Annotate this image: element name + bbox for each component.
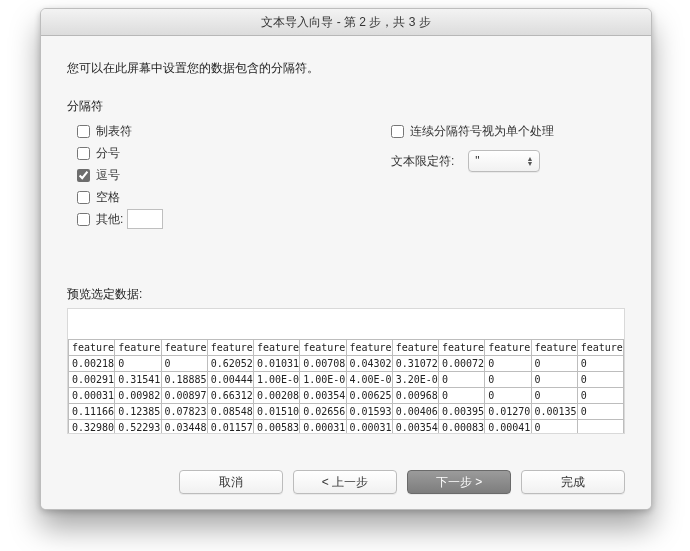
table-cell: 1.00E-06 bbox=[254, 372, 300, 388]
preview-table-wrap[interactable]: feature1feature2feature3feature4feature5… bbox=[68, 339, 624, 433]
table-cell: 0 bbox=[577, 388, 623, 404]
table-cell: 0 bbox=[531, 420, 577, 434]
table-cell: 0.001354 bbox=[531, 404, 577, 420]
table-cell: 0 bbox=[485, 356, 531, 372]
table-cell: 0.034487 bbox=[161, 420, 207, 434]
table-row: 0.0029170.3154170.1888540.004441.00E-061… bbox=[69, 372, 624, 388]
table-cell: 1.00E-06 bbox=[300, 372, 346, 388]
table-cell: 0.000418 bbox=[485, 420, 531, 434]
delimiter-semicolon[interactable]: 分号 bbox=[77, 142, 163, 164]
table-header-cell: feature9 bbox=[439, 340, 485, 356]
table-cell: 0.00625 bbox=[346, 388, 392, 404]
delimiter-space-checkbox[interactable] bbox=[77, 191, 90, 204]
delimiter-other-input[interactable] bbox=[127, 209, 163, 229]
back-button[interactable]: < 上一步 bbox=[293, 470, 397, 494]
cancel-button[interactable]: 取消 bbox=[179, 470, 283, 494]
delimiter-space[interactable]: 空格 bbox=[77, 186, 163, 208]
delimiter-other-label: 其他: bbox=[96, 211, 123, 228]
preview-box: feature1feature2feature3feature4feature5… bbox=[67, 308, 625, 434]
text-qualifier-label: 文本限定符: bbox=[391, 153, 454, 170]
preview-label: 预览选定数据: bbox=[67, 286, 142, 303]
table-cell: 0.07823 bbox=[161, 404, 207, 420]
delimiter-tab[interactable]: 制表符 bbox=[77, 120, 163, 142]
table-cell: 0.085486 bbox=[207, 404, 253, 420]
table-cell: 0.000314 bbox=[346, 420, 392, 434]
delimiter-other-checkbox[interactable] bbox=[77, 213, 90, 226]
table-cell: 0.663125 bbox=[207, 388, 253, 404]
finish-button[interactable]: 完成 bbox=[521, 470, 625, 494]
table-header-cell: feature3 bbox=[161, 340, 207, 356]
table-cell: 0.002917 bbox=[69, 372, 115, 388]
delimiter-tab-checkbox[interactable] bbox=[77, 125, 90, 138]
table-row: 0.0003130.0098250.0089780.6631250.002083… bbox=[69, 388, 624, 404]
table-row: 0.1116670.1238550.078230.0854860.0151040… bbox=[69, 404, 624, 420]
table-cell: 0 bbox=[485, 372, 531, 388]
table-header-cell: feature8 bbox=[392, 340, 438, 356]
table-cell: 0.026563 bbox=[300, 404, 346, 420]
table-header-row: feature1feature2feature3feature4feature5… bbox=[69, 340, 624, 356]
text-qualifier-select[interactable]: " ▲▼ bbox=[468, 150, 540, 172]
delimiters-column: 制表符 分号 逗号 空格 其他: bbox=[77, 120, 163, 230]
table-cell: 0.010313 bbox=[254, 356, 300, 372]
consecutive-delimiters[interactable]: 连续分隔符号视为单个处理 bbox=[391, 120, 554, 142]
table-cell: 0 bbox=[439, 388, 485, 404]
table-header-cell: feature6 bbox=[300, 340, 346, 356]
table-cell: 0.52293 bbox=[115, 420, 161, 434]
table-cell: 0.003542 bbox=[392, 420, 438, 434]
table-cell: 0.620521 bbox=[207, 356, 253, 372]
table-cell: 0.000313 bbox=[300, 420, 346, 434]
table-cell: 0 bbox=[439, 372, 485, 388]
table-cell: 0 bbox=[577, 356, 623, 372]
table-cell: 3.20E-05 bbox=[392, 372, 438, 388]
table-cell: 0.310729 bbox=[392, 356, 438, 372]
table-cell: 0.009688 bbox=[392, 388, 438, 404]
text-qualifier-value: " bbox=[475, 154, 479, 168]
table-cell: 4.00E-06 bbox=[346, 372, 392, 388]
table-cell: 0.003542 bbox=[300, 388, 346, 404]
delimiter-other[interactable]: 其他: bbox=[77, 208, 163, 230]
table-header-cell: feature bbox=[577, 340, 623, 356]
instruction-text: 您可以在此屏幕中设置您的数据包含的分隔符。 bbox=[67, 60, 319, 77]
table-header-cell: feature1 bbox=[69, 340, 115, 356]
window-title: 文本导入向导 - 第 2 步，共 3 步 bbox=[261, 14, 430, 31]
table-cell: 0 bbox=[531, 356, 577, 372]
delimiter-comma-checkbox[interactable] bbox=[77, 169, 90, 182]
table-cell: 0.00444 bbox=[207, 372, 253, 388]
delimiter-comma[interactable]: 逗号 bbox=[77, 164, 163, 186]
table-cell: 0.012708 bbox=[485, 404, 531, 420]
chevron-updown-icon: ▲▼ bbox=[526, 156, 533, 166]
table-header-cell: feature4 bbox=[207, 340, 253, 356]
table-cell: 0.015104 bbox=[254, 404, 300, 420]
table-row: 0.002188000.6205210.0103130.0070830.0430… bbox=[69, 356, 624, 372]
table-cell: 0.008978 bbox=[161, 388, 207, 404]
table-cell: 0.011571 bbox=[207, 420, 253, 434]
table-cell: 0 bbox=[115, 356, 161, 372]
table-cell: 0.007083 bbox=[300, 356, 346, 372]
right-options: 连续分隔符号视为单个处理 文本限定符: " ▲▼ bbox=[391, 120, 554, 172]
consecutive-delimiters-checkbox[interactable] bbox=[391, 125, 404, 138]
table-cell: 0.002083 bbox=[254, 388, 300, 404]
delimiter-semicolon-label: 分号 bbox=[96, 145, 120, 162]
table-cell: 0.329803 bbox=[69, 420, 115, 434]
table-row: 0.3298030.522930.0344870.0115710.0058350… bbox=[69, 420, 624, 434]
table-cell: 0.123855 bbox=[115, 404, 161, 420]
table-cell: 0 bbox=[161, 356, 207, 372]
delimiter-semicolon-checkbox[interactable] bbox=[77, 147, 90, 160]
delimiter-tab-label: 制表符 bbox=[96, 123, 132, 140]
consecutive-delimiters-label: 连续分隔符号视为单个处理 bbox=[410, 123, 554, 140]
delimiter-comma-label: 逗号 bbox=[96, 167, 120, 184]
window-body: 您可以在此屏幕中设置您的数据包含的分隔符。 分隔符 制表符 分号 逗号 空格 其… bbox=[41, 36, 651, 510]
table-cell: 0.000729 bbox=[439, 356, 485, 372]
table-cell: 0.111667 bbox=[69, 404, 115, 420]
table-cell: 0.003958 bbox=[439, 404, 485, 420]
table-cell: 0.043021 bbox=[346, 356, 392, 372]
table-cell: 0 bbox=[531, 372, 577, 388]
table-header-cell: feature7 bbox=[346, 340, 392, 356]
button-bar: 取消 < 上一步 下一步 > 完成 bbox=[41, 470, 651, 494]
delimiters-group-label: 分隔符 bbox=[67, 98, 103, 115]
table-cell: 0.009825 bbox=[115, 388, 161, 404]
table-cell: 0.188854 bbox=[161, 372, 207, 388]
wizard-window: 文本导入向导 - 第 2 步，共 3 步 您可以在此屏幕中设置您的数据包含的分隔… bbox=[40, 8, 652, 510]
next-button[interactable]: 下一步 > bbox=[407, 470, 511, 494]
table-cell: 0 bbox=[531, 388, 577, 404]
